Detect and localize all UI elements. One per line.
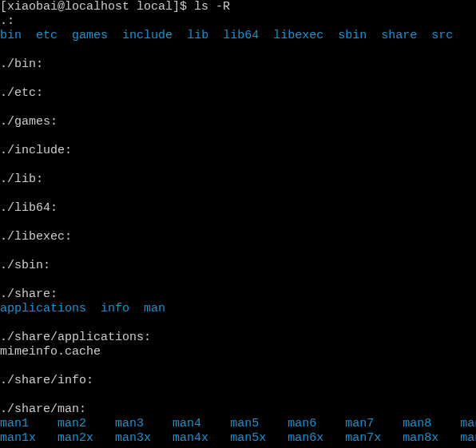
listing-item: man8x <box>403 431 438 445</box>
section-header: ./share/info: <box>0 374 93 387</box>
listing-item: man7 <box>345 417 374 430</box>
listing-item: lib64 <box>223 29 259 42</box>
listing-item: share <box>381 29 417 42</box>
terminal-output[interactable]: [xiaobai@localhost local]$ ls -R .: bin … <box>0 0 476 446</box>
shell-prompt: [xiaobai@localhost local]$ <box>0 0 194 14</box>
section-header: ./games: <box>0 115 58 129</box>
listing-item: man5 <box>230 417 259 430</box>
section-header: ./libexec: <box>0 230 72 244</box>
listing-item: src <box>431 29 453 42</box>
listing-item: etc <box>36 29 58 42</box>
section-header: ./share/applications: <box>0 331 151 344</box>
listing-item: man3x <box>115 431 151 445</box>
listing-item: man8 <box>403 417 431 430</box>
listing-item: libexec <box>273 29 323 42</box>
listing-item: man4x <box>173 431 208 445</box>
listing-item: man6x <box>288 431 323 445</box>
section-header: ./share: <box>0 287 58 301</box>
listing-item: info <box>101 302 129 315</box>
section-header: ./sbin: <box>0 259 50 272</box>
section-header: ./bin: <box>0 57 43 71</box>
listing-item: man9 <box>460 417 476 430</box>
listing-item: man6 <box>288 417 316 430</box>
listing-item: mimeinfo.cache <box>0 345 101 359</box>
listing-item: man1 <box>0 417 29 430</box>
listing-item: man1x <box>0 431 36 445</box>
listing-item: man5x <box>230 431 266 445</box>
section-header: ./lib: <box>0 172 43 186</box>
listing-item: lib <box>187 29 208 42</box>
command-text: ls -R <box>194 0 230 14</box>
listing-item: bin <box>0 29 22 42</box>
section-header: ./lib64: <box>0 201 58 215</box>
section-header: ./etc: <box>0 86 43 100</box>
ls-output: .: bin etc games include lib lib64 libex… <box>0 14 476 446</box>
section-header: .: <box>0 14 14 28</box>
listing-item: man <box>144 302 165 315</box>
listing-item: man2x <box>58 431 93 445</box>
listing-item: sbin <box>338 29 367 42</box>
listing-item: games <box>72 29 108 42</box>
listing-item: man9x <box>460 431 476 445</box>
section-header: ./include: <box>0 144 72 157</box>
section-header: ./share/man: <box>0 402 86 416</box>
listing-item: man4 <box>173 417 201 430</box>
listing-item: include <box>122 29 173 42</box>
listing-item: man2 <box>58 417 86 430</box>
listing-item: man3 <box>115 417 144 430</box>
listing-item: applications <box>0 302 86 315</box>
listing-item: man7x <box>345 431 381 445</box>
